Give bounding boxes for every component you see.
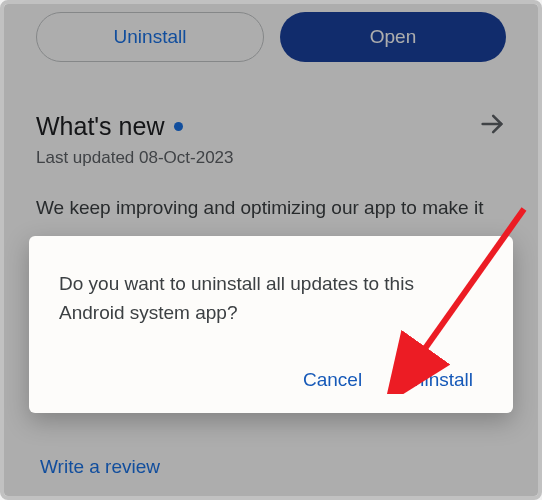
uninstall-dialog: Do you want to uninstall all updates to … xyxy=(29,236,513,413)
dialog-message: Do you want to uninstall all updates to … xyxy=(59,270,483,327)
confirm-uninstall-label: Uninstall xyxy=(400,369,473,390)
cancel-button-label: Cancel xyxy=(303,369,362,390)
cancel-button[interactable]: Cancel xyxy=(303,369,362,391)
confirm-uninstall-button[interactable]: Uninstall xyxy=(400,369,473,391)
dialog-actions: Cancel Uninstall xyxy=(59,369,483,391)
